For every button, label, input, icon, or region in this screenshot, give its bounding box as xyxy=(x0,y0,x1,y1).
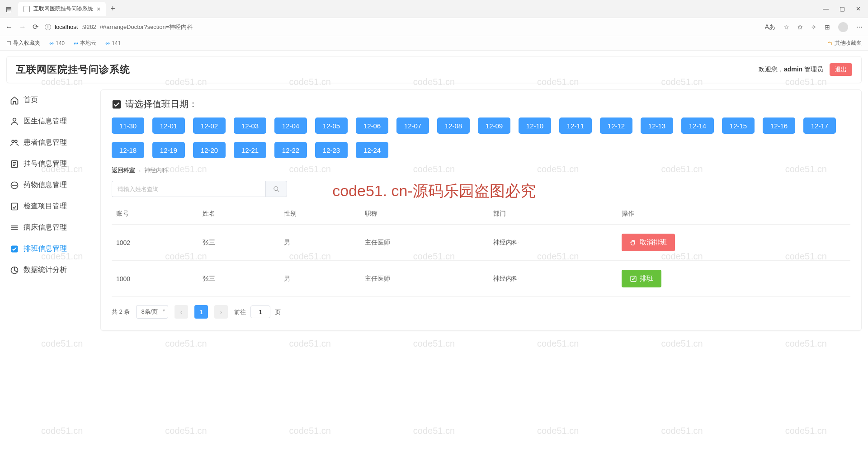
date-button[interactable]: 12-21 xyxy=(234,142,266,158)
date-button[interactable]: 12-02 xyxy=(193,118,226,134)
other-bookmarks[interactable]: 🗀其他收藏夹 xyxy=(827,39,862,47)
date-button[interactable]: 12-11 xyxy=(559,118,592,134)
column-header: 账号 xyxy=(112,203,198,225)
date-button[interactable]: 12-17 xyxy=(803,118,836,134)
home-icon xyxy=(10,96,19,105)
search-icon xyxy=(273,186,280,193)
logout-button[interactable]: 退出 xyxy=(830,63,852,76)
doctor-table: 账号姓名性别职称部门操作 1002张三男主任医师神经内科取消排班1000张三男主… xyxy=(112,203,850,297)
prev-page-button[interactable]: ‹ xyxy=(175,305,188,319)
import-bookmarks[interactable]: ☐ 导入收藏夹 xyxy=(6,39,40,47)
date-button[interactable]: 12-18 xyxy=(112,142,144,158)
svg-point-0 xyxy=(13,118,16,121)
back-icon[interactable]: ← xyxy=(5,23,13,31)
date-button[interactable]: 12-16 xyxy=(763,118,795,134)
close-tab-icon[interactable]: × xyxy=(97,5,100,13)
date-button[interactable]: 11-30 xyxy=(112,118,144,134)
link-icon: ∾ xyxy=(105,40,110,47)
sidebar: 首页医生信息管理患者信息管理挂号信息管理药物信息管理检查项目管理病床信息管理排班… xyxy=(6,89,92,331)
date-button[interactable]: 12-24 xyxy=(356,142,388,158)
toolbar-icons: Aあ ☆ ✩ ✧ ⊞ ⋯ xyxy=(765,22,863,32)
date-button[interactable]: 12-23 xyxy=(315,142,348,158)
sidebar-item-medicine[interactable]: 药物信息管理 xyxy=(6,174,92,196)
minimize-icon[interactable]: — xyxy=(823,5,829,12)
date-button[interactable]: 12-13 xyxy=(641,118,673,134)
date-button[interactable]: 12-07 xyxy=(396,118,429,134)
assign-schedule-button[interactable]: 排班 xyxy=(622,270,661,287)
goto-page: 前往 页 xyxy=(234,306,280,318)
breadcrumb-back[interactable]: 返回科室 xyxy=(112,166,135,174)
sidebar-item-label: 药物信息管理 xyxy=(24,180,67,190)
bed-icon xyxy=(10,223,19,232)
cell-name: 张三 xyxy=(198,225,279,261)
sidebar-item-bed[interactable]: 病床信息管理 xyxy=(6,217,92,238)
cell-title: 主任医师 xyxy=(360,261,489,297)
app-title: 互联网医院挂号问诊系统 xyxy=(16,63,130,76)
date-button[interactable]: 12-09 xyxy=(478,118,510,134)
url-path: /#/arrangeDoctor?section=神经内科 xyxy=(100,23,193,31)
bookmark-item[interactable]: ∾140 xyxy=(49,40,65,47)
star-icon[interactable]: ☆ xyxy=(783,24,789,31)
link-icon: ∾ xyxy=(49,40,54,47)
sidebar-item-home[interactable]: 首页 xyxy=(6,89,92,111)
sidebar-item-label: 排班信息管理 xyxy=(24,244,67,254)
search-input[interactable] xyxy=(112,181,265,197)
total-text: 共 2 条 xyxy=(112,308,130,316)
sidebar-item-stats[interactable]: 数据统计分析 xyxy=(6,259,92,281)
app-menu-icon[interactable]: ▤ xyxy=(4,4,14,14)
more-icon[interactable]: ⋯ xyxy=(856,24,863,31)
sidebar-item-register[interactable]: 挂号信息管理 xyxy=(6,153,92,174)
date-button[interactable]: 12-15 xyxy=(722,118,755,134)
date-button[interactable]: 12-04 xyxy=(274,118,307,134)
bookmark-item[interactable]: ∾141 xyxy=(105,40,121,47)
date-button[interactable]: 12-08 xyxy=(437,118,470,134)
favorites-icon[interactable]: ✩ xyxy=(797,24,803,31)
url-field[interactable]: i localhost:9282/#/arrangeDoctor?section… xyxy=(45,23,759,31)
browser-address-bar: ← → ⟳ i localhost:9282/#/arrangeDoctor?s… xyxy=(0,18,868,36)
sidebar-item-schedule[interactable]: 排班信息管理 xyxy=(6,238,92,259)
checkbox-checked-icon xyxy=(112,99,122,109)
page-number-button[interactable]: 1 xyxy=(194,305,208,319)
column-header: 职称 xyxy=(360,203,489,225)
patients-icon xyxy=(10,138,19,147)
bookmark-item[interactable]: ∾本地云 xyxy=(74,39,96,47)
column-header: 姓名 xyxy=(198,203,279,225)
close-window-icon[interactable]: ✕ xyxy=(856,5,861,12)
forward-icon[interactable]: → xyxy=(19,23,26,31)
date-button[interactable]: 12-19 xyxy=(152,142,185,158)
main-panel: 请选择值班日期： 11-3012-0112-0212-0312-0412-051… xyxy=(100,89,862,331)
link-icon: ∾ xyxy=(74,40,78,47)
sidebar-item-patients[interactable]: 患者信息管理 xyxy=(6,132,92,153)
date-button[interactable]: 12-06 xyxy=(356,118,388,134)
new-tab-button[interactable]: + xyxy=(110,4,115,14)
date-button[interactable]: 12-10 xyxy=(519,118,551,134)
next-page-button[interactable]: › xyxy=(214,305,228,319)
hand-stop-icon xyxy=(630,239,637,246)
date-button[interactable]: 12-03 xyxy=(234,118,266,134)
date-button[interactable]: 12-14 xyxy=(681,118,714,134)
site-info-icon[interactable]: i xyxy=(45,24,51,30)
svg-rect-15 xyxy=(113,100,121,108)
profile-avatar[interactable] xyxy=(838,22,848,32)
doctor-icon xyxy=(10,117,19,126)
read-aloud-icon[interactable]: Aあ xyxy=(765,23,775,31)
goto-input[interactable] xyxy=(250,306,270,318)
date-button[interactable]: 12-20 xyxy=(193,142,226,158)
date-section-title: 请选择值班日期： xyxy=(112,98,850,110)
welcome-text: 欢迎您，admin 管理员 xyxy=(759,66,823,74)
reading-list-icon[interactable]: ✧ xyxy=(811,24,816,31)
date-button[interactable]: 12-05 xyxy=(315,118,348,134)
page-size-select[interactable]: 8条/页 xyxy=(136,305,168,319)
date-button[interactable]: 12-01 xyxy=(152,118,185,134)
date-button[interactable]: 12-22 xyxy=(274,142,307,158)
date-button-group: 11-3012-0112-0212-0312-0412-0512-0612-07… xyxy=(112,118,850,158)
browser-tab[interactable]: 互联网医院挂号问诊系统 × xyxy=(18,2,106,16)
sidebar-item-checkup[interactable]: 检查项目管理 xyxy=(6,196,92,217)
sidebar-item-doctor[interactable]: 医生信息管理 xyxy=(6,111,92,132)
maximize-icon[interactable]: ▢ xyxy=(840,5,845,12)
search-button[interactable] xyxy=(265,181,287,197)
refresh-icon[interactable]: ⟳ xyxy=(33,23,38,31)
collections-icon[interactable]: ⊞ xyxy=(825,24,830,31)
date-button[interactable]: 12-12 xyxy=(600,118,632,134)
cancel-schedule-button[interactable]: 取消排班 xyxy=(622,234,675,251)
